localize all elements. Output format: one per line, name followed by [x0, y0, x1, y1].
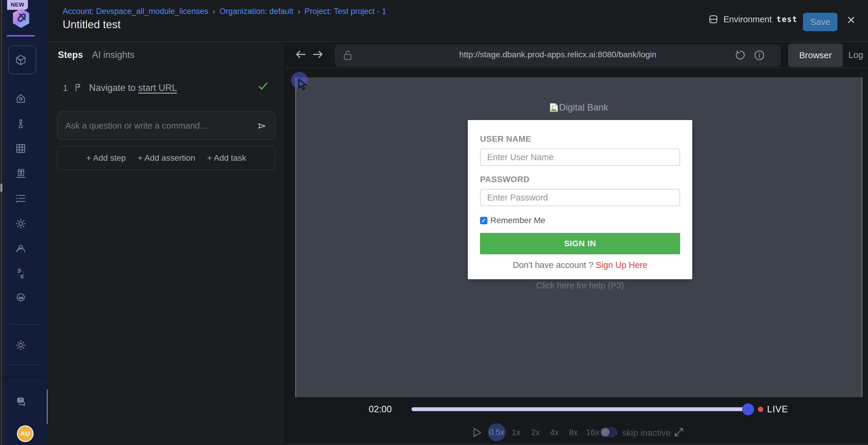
- url-bar[interactable]: http://stage.dbank.prod-apps.relicx.ai:8…: [335, 44, 781, 66]
- back-arrow-icon[interactable]: [294, 48, 308, 62]
- username-label: USER NAME: [480, 134, 531, 144]
- logo-accent-rule: [7, 35, 35, 36]
- home-icon[interactable]: [15, 93, 26, 104]
- skip-inactive-toggle[interactable]: [600, 427, 617, 437]
- speed-8x-button[interactable]: 8x: [569, 428, 578, 437]
- username-field[interactable]: [480, 149, 680, 166]
- avatar[interactable]: AU: [17, 425, 34, 442]
- edge-resize-handle[interactable]: [0, 184, 2, 192]
- tab-log[interactable]: Log: [848, 50, 863, 60]
- sidebar-section-split: [3, 377, 48, 378]
- sidebar-divider: [9, 364, 41, 365]
- password-label: PASSWORD: [480, 175, 680, 184]
- bottom-divider: [285, 444, 868, 444]
- fullscreen-expand-icon[interactable]: [673, 426, 685, 440]
- help-link[interactable]: Click here for help (P3): [480, 281, 680, 291]
- browser-viewport: Digital Bank USER NAME PASSWORD ✓ Rememb…: [296, 77, 862, 397]
- site-logo: Digital Bank: [296, 102, 862, 113]
- integrations-icon[interactable]: [15, 268, 26, 279]
- tab-ai-insights[interactable]: AI insights: [92, 50, 134, 60]
- timeline-track[interactable]: [411, 407, 753, 411]
- breadcrumb-separator: ›: [298, 6, 300, 16]
- save-button[interactable]: Save: [803, 13, 837, 31]
- info-icon[interactable]: [753, 49, 765, 62]
- add-step-button[interactable]: + Add step: [86, 153, 126, 163]
- environment-icon: [708, 14, 719, 24]
- environment-value: test: [777, 15, 798, 24]
- step-description: Navigate to start URL: [89, 83, 177, 93]
- password-field[interactable]: [480, 189, 680, 206]
- remember-me-label: Remember Me: [490, 216, 545, 225]
- app-logo-icon[interactable]: [11, 8, 31, 29]
- speed-16x-button[interactable]: 16x: [586, 428, 599, 437]
- speed-1x-button[interactable]: 1x: [512, 428, 521, 437]
- svg-text:?: ?: [19, 398, 22, 402]
- breadcrumb-account-link[interactable]: Account: Devspace_all_module_licenses: [63, 7, 208, 16]
- breadcrumb-organization-link[interactable]: Organization: default: [219, 7, 293, 16]
- step-success-check-icon: [258, 82, 268, 91]
- add-assertion-button[interactable]: + Add assertion: [138, 153, 195, 163]
- window-edge-line: [1, 0, 2, 445]
- session-search-icon[interactable]: [15, 243, 26, 254]
- test-tubes-icon[interactable]: [15, 168, 26, 179]
- remember-me-row: ✓ Remember Me: [480, 216, 680, 225]
- settings-gear-icon[interactable]: [15, 218, 26, 229]
- app-window: NEW: [0, 0, 868, 445]
- add-actions-bar: + Add step + Add assertion + Add task: [57, 146, 276, 170]
- step-row[interactable]: 1 Navigate to start URL: [48, 79, 285, 98]
- speed-4x-button[interactable]: 4x: [550, 428, 559, 437]
- cube-icon[interactable]: [15, 54, 26, 66]
- breadcrumb: Account: Devspace_all_module_licenses › …: [63, 6, 386, 16]
- breadcrumb-project-link[interactable]: Project: Test project - 1: [305, 7, 386, 16]
- flag-icon: [73, 83, 83, 94]
- command-input[interactable]: [65, 112, 249, 139]
- grid-icon[interactable]: [15, 143, 26, 154]
- play-icon[interactable]: [472, 427, 482, 439]
- breadcrumb-separator: ›: [213, 6, 215, 16]
- elapsed-time: 02:00: [369, 404, 392, 415]
- login-card: USER NAME PASSWORD ✓ Remember Me SIGN IN…: [468, 120, 692, 279]
- api-link-icon[interactable]: [15, 292, 26, 304]
- sign-in-button[interactable]: SIGN IN: [480, 233, 680, 254]
- live-label: LIVE: [767, 404, 788, 415]
- help-chat-icon[interactable]: ?: [15, 396, 26, 407]
- page-title: Untitled test: [63, 19, 121, 31]
- record-dot: [758, 407, 763, 412]
- tab-browser[interactable]: Browser: [788, 44, 843, 67]
- checklist-icon[interactable]: [15, 193, 26, 204]
- url-text[interactable]: http://stage.dbank.prod-apps.relicx.ai:8…: [335, 50, 781, 59]
- flask-icon[interactable]: [15, 119, 26, 130]
- sidebar: NEW: [3, 0, 48, 445]
- speed-2x-button[interactable]: 2x: [531, 428, 540, 437]
- sidebar-divider: [9, 324, 41, 325]
- reload-icon[interactable]: [735, 49, 746, 62]
- add-task-button[interactable]: + Add task: [207, 153, 246, 163]
- command-input-box: [57, 111, 276, 140]
- steps-panel: Steps AI insights 1 Navigate to start UR…: [48, 42, 285, 445]
- step-number: 1: [63, 83, 68, 93]
- admin-gear-icon[interactable]: [15, 339, 26, 351]
- broken-image-icon: [550, 103, 558, 112]
- sign-up-link[interactable]: Sign Up Here: [596, 260, 647, 270]
- cursor-arrow-icon: [297, 78, 311, 94]
- remember-me-checkbox[interactable]: ✓: [480, 217, 488, 224]
- forward-arrow-icon[interactable]: [311, 48, 325, 62]
- skip-inactive-label: skip inactive: [622, 428, 671, 438]
- tab-steps[interactable]: Steps: [58, 50, 83, 60]
- toggle-knob: [601, 428, 610, 436]
- timeline-thumb[interactable]: [742, 404, 754, 415]
- speed-0.5x-button[interactable]: 0.5x: [488, 423, 505, 441]
- signup-line: Don't have account ? Sign Up Here: [480, 260, 680, 270]
- start-url-link[interactable]: start URL: [138, 83, 177, 93]
- environment-label: Environment: [723, 14, 772, 24]
- send-icon[interactable]: [256, 121, 267, 132]
- close-icon[interactable]: ✕: [847, 15, 856, 26]
- site-logo-alt-text: Digital Bank: [559, 102, 608, 113]
- environment-selector[interactable]: Environment test: [708, 14, 797, 24]
